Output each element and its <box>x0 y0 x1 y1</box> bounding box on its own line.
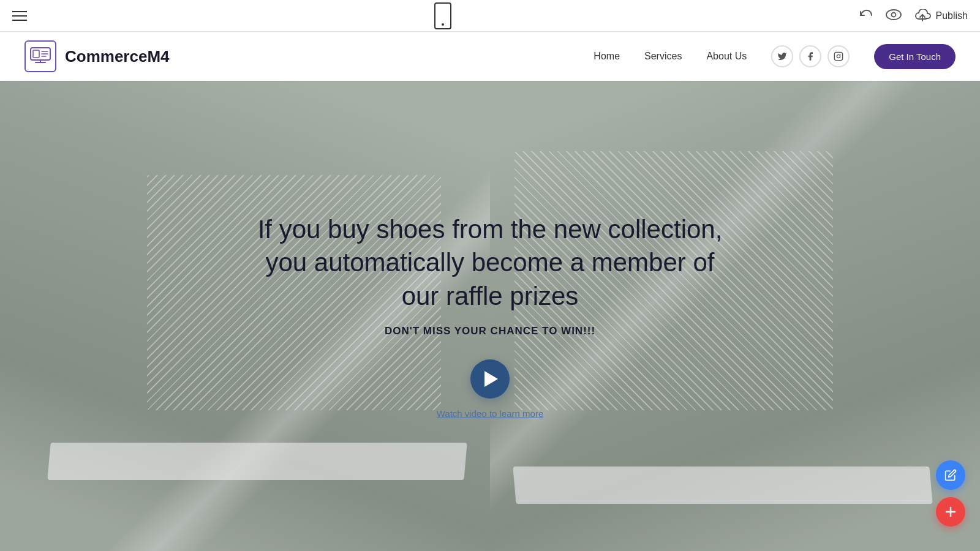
watch-video-link[interactable]: Watch video to learn more <box>437 408 544 419</box>
hero-title: If you buy shoes from the new collection… <box>257 213 723 313</box>
svg-rect-4 <box>33 50 39 58</box>
twitter-icon[interactable] <box>771 45 793 67</box>
play-triangle-icon <box>484 371 498 387</box>
undo-icon[interactable] <box>859 7 873 24</box>
hero-content: If you buy shoes from the new collection… <box>0 81 980 551</box>
get-in-touch-button[interactable]: Get In Touch <box>874 44 956 69</box>
nav-social <box>771 45 850 67</box>
top-toolbar: Publish <box>0 0 980 32</box>
hero-subtitle: DON'T MISS YOUR CHANCE TO WIN!!! <box>385 325 595 337</box>
nav-services[interactable]: Services <box>644 51 682 62</box>
toolbar-left <box>12 11 27 21</box>
mobile-preview-icon[interactable] <box>434 2 451 29</box>
toolbar-center <box>434 2 451 29</box>
eye-icon[interactable] <box>886 9 902 23</box>
fab-add-button[interactable] <box>936 497 965 527</box>
nav-home[interactable]: Home <box>594 51 620 62</box>
facebook-icon[interactable] <box>799 45 821 67</box>
svg-point-12 <box>840 54 841 54</box>
logo-icon <box>24 40 56 72</box>
play-button[interactable] <box>470 359 510 399</box>
nav-area: Home Services About Us Get In Touch <box>594 44 956 69</box>
nav-about[interactable]: About Us <box>706 51 747 62</box>
svg-point-0 <box>886 10 901 20</box>
fab-edit-button[interactable] <box>936 460 965 490</box>
instagram-icon[interactable] <box>827 45 850 67</box>
hamburger-icon[interactable] <box>12 11 27 21</box>
hero-section: If you buy shoes from the new collection… <box>0 81 980 551</box>
logo-area: CommerceM4 <box>24 40 170 72</box>
site-header: CommerceM4 Home Services About Us Get In… <box>0 32 980 81</box>
site-logo-text: CommerceM4 <box>65 47 170 66</box>
svg-point-1 <box>891 12 895 17</box>
publish-button[interactable]: Publish <box>914 9 968 23</box>
toolbar-right: Publish <box>859 7 968 24</box>
svg-rect-10 <box>835 52 843 60</box>
svg-point-11 <box>837 54 840 58</box>
fab-container <box>936 460 965 527</box>
